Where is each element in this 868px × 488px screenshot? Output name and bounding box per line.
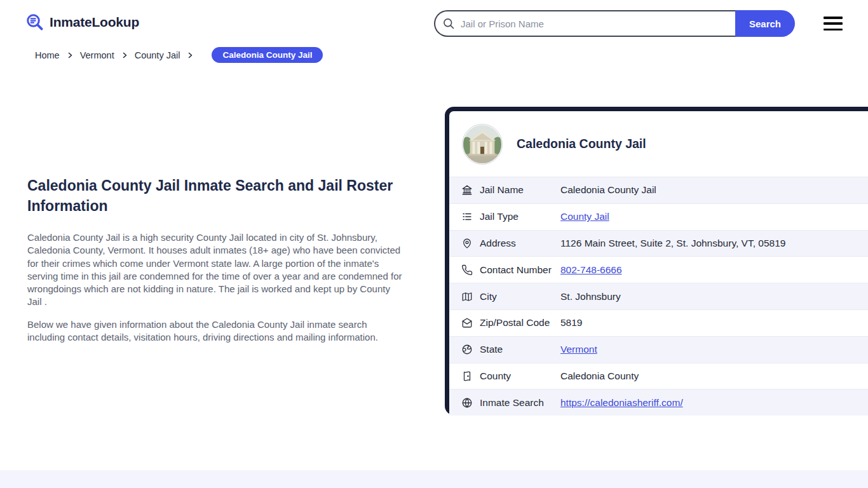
search-bar: Search [434,10,795,37]
phone-icon [461,264,473,276]
row-value: https://caledoniasheriff.com/ [560,397,683,409]
table-row: Zip/Postal Code 5819 [449,309,868,336]
row-value: County Jail [560,211,609,222]
breadcrumb-county-jail[interactable]: County Jail [135,50,180,60]
table-row: County Caledonia County [449,363,868,390]
intro-paragraph: Caledonia County Jail is a high security… [27,231,406,308]
chevron-right-icon [66,51,74,59]
card-header: Caledonia County Jail [449,111,868,177]
chevron-right-icon [121,51,128,59]
row-label: County [480,370,511,382]
table-row: State Vermont [449,336,868,363]
map-icon [461,291,473,302]
magnifier-doc-icon [25,13,44,32]
table-row: Inmate Search https://caledoniasheriff.c… [449,389,868,416]
row-label: Address [480,238,516,249]
menu-icon[interactable] [824,17,843,30]
search-input[interactable] [434,10,735,37]
row-value: St. Johnsbury [560,291,621,302]
table-row: City St. Johnsbury [449,283,868,309]
row-label: State [480,344,503,355]
row-value-link[interactable]: Vermont [560,344,597,355]
row-value: Vermont [560,344,597,355]
table-row: Contact Number 802-748-6666 [449,256,868,283]
summary-paragraph: Below we have given information about th… [27,318,406,344]
earth-icon [461,344,473,355]
mail-icon [461,317,473,329]
row-label: Inmate Search [480,397,544,409]
row-label: Contact Number [480,264,552,276]
chevron-right-icon [186,51,194,59]
jail-info-card: Caledonia County Jail Jail Name Caledoni… [445,107,868,415]
map-pin-icon [461,238,473,249]
row-label: City [480,291,497,302]
row-label: Jail Type [480,211,519,222]
search-button[interactable]: Search [735,10,795,37]
table-row: Address 1126 Main Street, Suite 2, St. J… [449,230,868,257]
row-label: Jail Name [480,184,524,196]
row-value: 1126 Main Street, Suite 2, St. Johnsbury… [560,238,785,249]
row-value: Caledonia County Jail [560,184,656,196]
row-label: Zip/Postal Code [480,317,550,329]
breadcrumb-current-badge[interactable]: Caledonia County Jail [212,47,323,63]
bank-icon [461,184,473,196]
article: Caledonia County Jail Inmate Search and … [27,175,409,354]
breadcrumb: Home Vermont County Jail Caledonia Count… [35,47,323,63]
row-value-link[interactable]: https://caledoniasheriff.com/ [560,397,683,408]
brand-name: InmateLookup [50,15,139,30]
row-value: Caledonia County [560,370,639,382]
footer-strip [0,470,868,488]
list-icon [461,211,473,222]
jail-photo [462,124,503,165]
table-row: Jail Name Caledonia County Jail [449,177,868,203]
globe-icon [461,397,473,409]
row-value-link[interactable]: County Jail [560,211,609,222]
breadcrumb-vermont[interactable]: Vermont [80,50,114,60]
page-title: Caledonia County Jail Inmate Search and … [27,175,409,216]
flag-icon [461,370,473,382]
table-row: Jail Type County Jail [449,203,868,230]
row-value: 802-748-6666 [560,264,622,276]
jail-card-title: Caledonia County Jail [517,137,646,151]
row-value-link[interactable]: 802-748-6666 [560,264,622,275]
breadcrumb-home[interactable]: Home [35,50,60,60]
row-value: 5819 [560,317,582,329]
brand-logo[interactable]: InmateLookup [25,13,139,32]
jail-details-table: Jail Name Caledonia County Jail Jail Typ… [449,177,868,416]
